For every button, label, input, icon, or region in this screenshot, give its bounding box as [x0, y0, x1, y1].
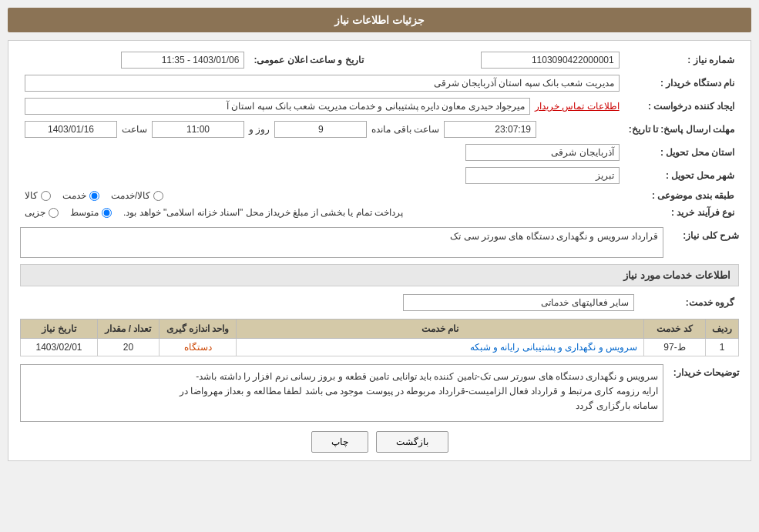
cell-unit: دستگاه	[160, 339, 237, 356]
sharh-value: قرارداد سرویس و نگهداری دستگاه های سورتر…	[20, 227, 663, 258]
remaining-time: 23:07:19	[444, 121, 536, 138]
cell-date: 1403/02/01	[21, 339, 98, 356]
date-value: 1403/01/16	[25, 121, 117, 138]
khadamat-header: اطلاعات خدمات مورد نیاز	[20, 264, 739, 286]
time-value: 11:00	[152, 121, 244, 138]
tarikh-value: 1403/01/06 - 11:35	[121, 52, 244, 69]
shahr-label: شهر محل تحویل :	[624, 164, 739, 187]
radio-motavaset[interactable]: متوسط	[70, 207, 112, 218]
btn-print[interactable]: چاپ	[311, 431, 368, 453]
shmarch-niaz-label: شماره نیاز :	[624, 49, 739, 72]
tarikh-label: تاریخ و ساعت اعلان عمومی:	[249, 49, 368, 72]
ostan-label: استان محل تحویل :	[624, 141, 739, 164]
cell-count: 20	[98, 339, 160, 356]
baqi-mande-label: ساعت باقی مانده	[371, 124, 439, 135]
radio-motavaset-label: متوسط	[70, 207, 99, 218]
th-count: تعداد / مقدار	[98, 320, 160, 339]
radio-kala-khedmat[interactable]: کالا/خدمت	[111, 190, 163, 201]
btn-back[interactable]: بازگشت	[376, 431, 448, 453]
shahr-value: تبریز	[465, 167, 620, 184]
cell-name: سرویس و نگهداری و پشتیبانی رایانه و شبکه	[237, 339, 644, 356]
nam-dastgah-value: مدیریت شعب بانک سپه استان آذربایجان شرقی	[25, 75, 620, 92]
radio-kala-khedmat-label: کالا/خدمت	[111, 190, 150, 201]
nam-dastgah-label: نام دستگاه خریدار :	[624, 72, 739, 95]
radio-khedmat-label: خدمت	[62, 190, 86, 201]
ijad-konandeh-value: میرجواد حیدری معاون دایره پشتیبانی و خدم…	[25, 98, 530, 115]
ostan-value: آذربایجان شرقی	[465, 144, 620, 161]
gorooh-label: گروه خدمت:	[639, 291, 739, 314]
button-row: بازگشت چاپ	[20, 431, 739, 453]
radio-khedmat[interactable]: خدمت	[62, 190, 99, 201]
ijad-konandeh-label: ایجاد کننده درخواست :	[624, 95, 739, 118]
cell-code: ط-97	[644, 339, 706, 356]
service-table: ردیف کد خدمت نام خدمت واحد اندازه گیری ت…	[20, 319, 739, 356]
time-label: ساعت	[122, 124, 147, 135]
th-date: تاریخ نیاز	[21, 320, 98, 339]
radio-kala[interactable]: کالا	[25, 190, 51, 201]
table-row: 1ط-97سرویس و نگهداری و پشتیبانی رایانه و…	[21, 339, 739, 356]
tabaghe-label: طبقه بندی موضوعی :	[624, 187, 739, 204]
gorooh-value: سایر فعالیتهای خدماتی	[403, 294, 634, 311]
mohlat-label: مهلت ارسال پاسخ: تا تاریخ:	[624, 118, 739, 141]
contact-info-link[interactable]: اطلاعات تماس خریدار	[535, 101, 620, 112]
rooz-label: روز و	[249, 124, 270, 135]
tozi-label: توضیحات خریدار:	[670, 364, 739, 378]
th-name: نام خدمت	[237, 320, 644, 339]
th-code: کد خدمت	[644, 320, 706, 339]
tozi-value: سرویس و نگهداری دستگاه های سورتر سی تک-ت…	[20, 364, 663, 422]
th-unit: واحد اندازه گیری	[160, 320, 237, 339]
th-radif: ردیف	[706, 320, 739, 339]
page-header: جزئیات اطلاعات نیاز	[8, 8, 751, 32]
shmarch-niaz-value: 1103090422000001	[481, 52, 620, 69]
page-title: جزئیات اطلاعات نیاز	[334, 14, 425, 26]
radio-kala-label: کالا	[25, 190, 38, 201]
farayand-desc: پرداخت تمام یا بخشی از مبلغ خریداز محل "…	[123, 207, 403, 218]
sharh-label: شرح کلی نیاز:	[670, 227, 739, 241]
cell-radif: 1	[706, 339, 739, 356]
rooz-value: 9	[274, 121, 367, 138]
radio-jozi-label: جزیی	[25, 207, 45, 218]
no-farayand-label: نوع فرآیند خرید :	[624, 204, 739, 221]
radio-jozi[interactable]: جزیی	[25, 207, 59, 218]
